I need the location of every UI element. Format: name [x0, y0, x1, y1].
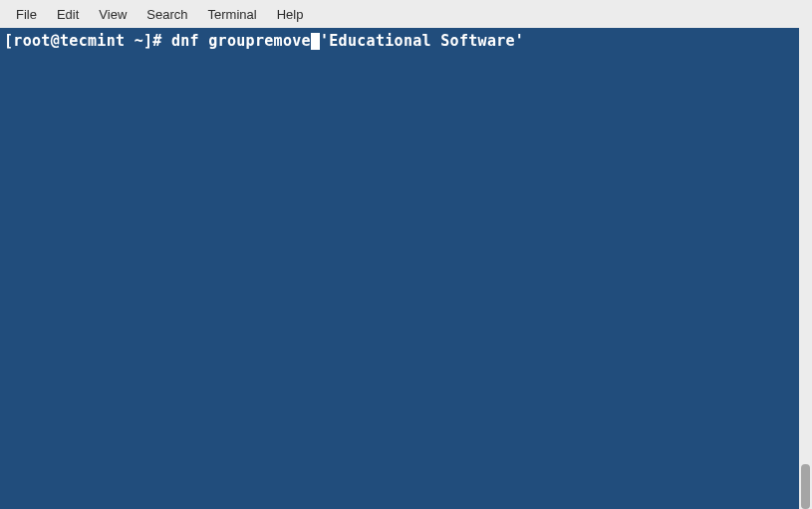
prompt-text-left: [root@tecmint ~]# dnf groupremove: [4, 32, 311, 50]
terminal-line: [root@tecmint ~]# dnf groupremove'Educat…: [4, 32, 795, 50]
menu-help[interactable]: Help: [267, 3, 314, 26]
prompt-text-right: 'Educational Software': [320, 32, 524, 50]
menubar: File Edit View Search Terminal Help: [0, 0, 812, 28]
menu-file[interactable]: File: [6, 3, 47, 26]
menu-terminal[interactable]: Terminal: [198, 3, 267, 26]
menu-search[interactable]: Search: [136, 3, 197, 26]
scrollbar-thumb[interactable]: [801, 464, 810, 509]
menu-view[interactable]: View: [89, 3, 136, 26]
cursor-icon: [311, 33, 320, 50]
terminal-viewport[interactable]: [root@tecmint ~]# dnf groupremove'Educat…: [0, 28, 799, 509]
scrollbar-track[interactable]: [799, 28, 812, 509]
menu-edit[interactable]: Edit: [47, 3, 89, 26]
